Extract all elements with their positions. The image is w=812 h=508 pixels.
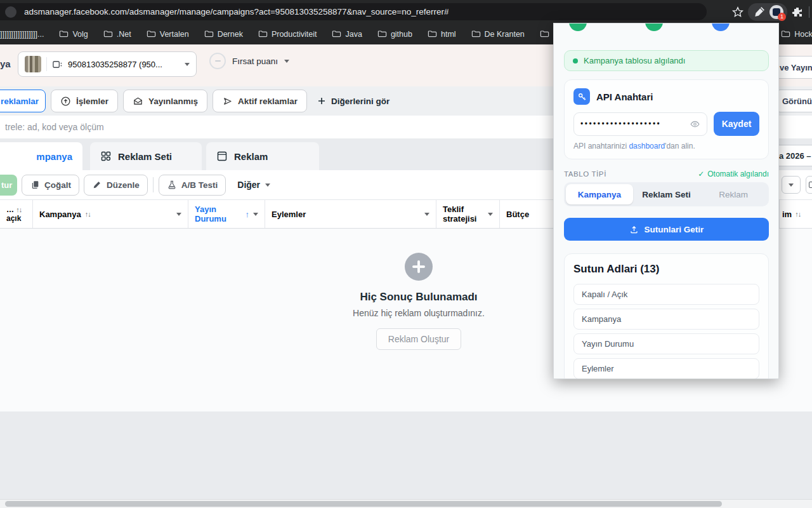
fetch-columns-button[interactable]: Sutunlari Getir [564, 218, 769, 241]
eye-icon[interactable] [690, 119, 700, 130]
column-header-partial[interactable]: im ↑↓ [779, 200, 812, 228]
folder-icon [377, 29, 387, 39]
horizontal-scrollbar[interactable] [0, 499, 812, 508]
bookmark-label: .Net [117, 30, 131, 39]
ad-account-icon [52, 59, 63, 70]
column-name-item[interactable]: Yayın Durumu [573, 333, 759, 354]
bookmark-item[interactable]: github [377, 29, 412, 39]
create-ad-button[interactable]: Reklam Oluştur [376, 328, 461, 350]
view-button-partial[interactable]: Görünüm [776, 90, 812, 112]
column-header-bid-strategy[interactable]: Teklif stratejisi [436, 200, 500, 228]
edit-label: Düzenle [107, 180, 140, 190]
pencil-icon [92, 180, 102, 190]
bookmark-item[interactable]: De Kranten [471, 29, 525, 39]
more-actions-button[interactable]: Diğer [237, 180, 270, 190]
plus-circle-icon [405, 253, 433, 281]
opportunity-score[interactable]: Fırsat puanı [209, 53, 289, 69]
bookmark-item[interactable]: .Net [103, 29, 131, 39]
chevron-down-icon [265, 184, 270, 187]
bookmark-item[interactable]: Java [332, 29, 362, 39]
dropdown-button-partial[interactable] [782, 176, 801, 194]
table-type-row: TABLO TİPİ ✓ Otomatik algılandı [564, 170, 769, 178]
date-range-partial[interactable]: a 2026 – [775, 145, 812, 166]
chevron-down-icon[interactable] [488, 213, 493, 216]
chevron-down-icon[interactable] [253, 213, 258, 216]
bookmark-item[interactable]: Dernek [204, 29, 243, 39]
filter-chip-yayinlanmis[interactable]: Yayınlanmış [123, 90, 207, 112]
scrollbar-thumb[interactable] [5, 501, 722, 507]
active-extension-icon[interactable]: 1 [769, 5, 783, 19]
extensions-puzzle-icon[interactable] [791, 6, 804, 18]
folder-icon [59, 29, 69, 39]
column-header-toggle[interactable]: … ↑↓ açık [0, 200, 33, 228]
column-name-item[interactable]: Kapalı / Açık [573, 284, 759, 305]
segment-campaign[interactable]: Kampanya [566, 184, 633, 204]
api-title: API Anahtari [596, 91, 653, 102]
bookmark-label: Vertalen [160, 30, 189, 39]
api-hint: API anahtarinizi dashboard'dan alin. [573, 142, 759, 150]
sort-icon: ↑↓ [16, 206, 22, 213]
url-bar[interactable]: adsmanager.facebook.com/adsmanager/manag… [0, 3, 707, 20]
grid-icon [100, 150, 112, 162]
eyedropper-icon[interactable] [752, 4, 767, 20]
bookmark-label: html [441, 30, 456, 39]
sort-icon: ↑↓ [795, 210, 801, 218]
save-button[interactable]: Kaydet [714, 112, 759, 136]
duplicate-label: Çoğalt [44, 180, 71, 190]
bookmark-label: Volg [72, 30, 88, 39]
chevron-down-icon[interactable] [424, 213, 429, 216]
tab-campaign[interactable]: mpanya [0, 142, 82, 170]
tab-ad[interactable]: Reklam [206, 142, 319, 170]
fetch-columns-label: Sutunlari Getir [645, 225, 704, 234]
edit-button[interactable]: Düzenle [84, 175, 148, 196]
ab-test-button[interactable]: A/B Testi [159, 175, 226, 196]
column-label: Kampanya [39, 210, 81, 219]
duplicate-button[interactable]: Çoğalt [22, 175, 79, 196]
bookmark-item[interactable]: html [428, 29, 456, 39]
upload-icon [629, 225, 639, 234]
segment-ad[interactable]: Reklam [700, 184, 767, 204]
extension-badge: 1 [778, 13, 786, 21]
site-info-icon[interactable] [5, 6, 16, 18]
column-label: Bütçe [506, 210, 529, 219]
column-name-item[interactable]: Kampanya [573, 309, 759, 330]
filter-label: reklamlar [1, 97, 39, 106]
bookmark-star-icon[interactable] [731, 6, 744, 18]
url-text: adsmanager.facebook.com/adsmanager/manag… [24, 7, 449, 17]
opportunity-label: Fırsat puanı [232, 57, 278, 66]
tab-adset[interactable]: Reklam Seti [90, 142, 202, 170]
folder-icon [258, 29, 268, 39]
column-header-budget[interactable]: Bütçe [500, 200, 557, 228]
filter-label: Yayınlanmış [148, 97, 198, 106]
create-button-partial[interactable]: tur [0, 175, 17, 196]
paper-plane-icon [222, 96, 233, 107]
bookmark-item[interactable]: Volg [59, 29, 88, 39]
bookmark-item[interactable]: Productiviteit [258, 29, 317, 39]
folder-icon [103, 29, 113, 39]
ab-test-label: A/B Testi [181, 180, 218, 190]
filter-chip-active[interactable]: reklamlar [0, 90, 46, 112]
chevron-down-icon[interactable] [176, 213, 181, 216]
segment-adset[interactable]: Reklam Seti [633, 184, 700, 204]
see-more-filters[interactable]: Diğerlerini gör [317, 97, 390, 106]
browser-topbar: adsmanager.facebook.com/adsmanager/manag… [0, 0, 812, 23]
bookmark-label: Hockey [794, 30, 812, 39]
column-name-item[interactable]: Eylemler [573, 358, 759, 379]
chrome-separator [809, 6, 809, 18]
ad-account-selector[interactable]: 950813035258877 (950... [18, 51, 197, 77]
api-key-input[interactable]: ••••••••••••••••••• [573, 112, 707, 136]
bookmark-item[interactable]: ]]]]]]]]]]]]]]]]]... [0, 30, 44, 39]
filter-chip-aktif-reklamlar[interactable]: Aktif reklamlar [213, 90, 307, 112]
button-partial[interactable] [806, 176, 812, 194]
review-publish-button-partial[interactable]: ve Yayın [774, 56, 812, 79]
bookmark-item[interactable]: Hockey [781, 23, 812, 44]
column-header-campaign[interactable]: Kampanya ↑↓ [33, 200, 188, 228]
divider [46, 57, 47, 71]
search-input[interactable] [0, 122, 546, 132]
dashboard-link[interactable]: dashboard [629, 142, 665, 150]
bookmark-item[interactable]: Vertalen [147, 29, 189, 39]
column-header-delivery[interactable]: Yayın Durumu ↑ [188, 200, 265, 228]
column-header-actions[interactable]: Eylemler [265, 200, 436, 228]
auto-detected: ✓ Otomatik algılandı [698, 170, 769, 178]
filter-chip-islemler[interactable]: İşlemler [51, 90, 118, 112]
